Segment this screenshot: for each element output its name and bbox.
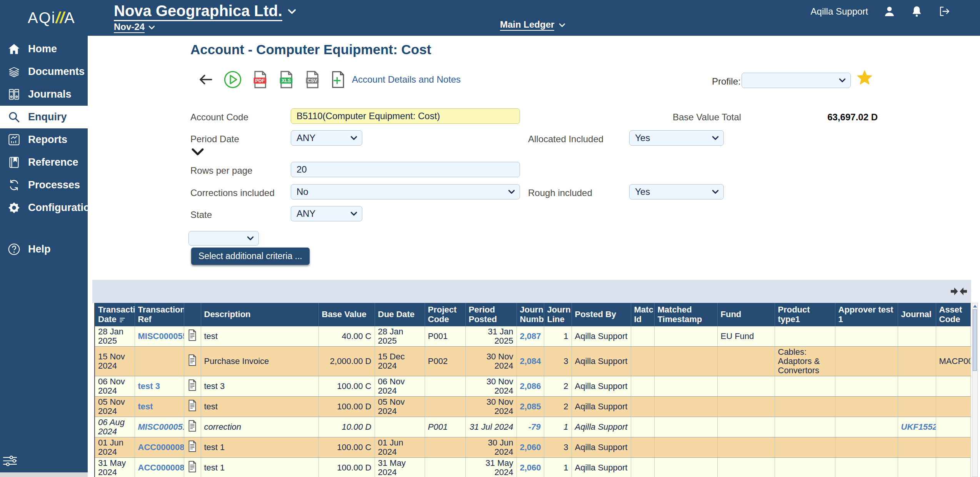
- col-header-journal-number[interactable]: Journ Numb: [517, 303, 544, 326]
- document-icon[interactable]: [188, 440, 197, 452]
- sliders-icon[interactable]: [2, 454, 18, 467]
- rough-included-select[interactable]: Yes: [629, 184, 724, 199]
- journal-number-link[interactable]: -79: [528, 422, 541, 432]
- document-icon[interactable]: [188, 400, 197, 411]
- star-icon[interactable]: [856, 70, 873, 86]
- scroll-up-arrow-icon[interactable]: [973, 305, 977, 307]
- allocated-included-select[interactable]: Yes: [629, 130, 724, 146]
- document-icon[interactable]: [188, 420, 197, 432]
- chevron-down-icon: [148, 25, 155, 30]
- company-menu[interactable]: Nova Geographica Ltd.: [114, 2, 296, 21]
- journal-number-link[interactable]: 2,060: [520, 463, 541, 472]
- select-additional-criteria-button[interactable]: Select additional criteria ...: [191, 248, 310, 265]
- period-label: Nov-24: [114, 22, 145, 33]
- sidebar-item-reference[interactable]: Reference: [0, 151, 88, 174]
- col-header-product-type1[interactable]: Product type1: [775, 303, 835, 326]
- sidebar-item-enquiry[interactable]: Enquiry: [0, 106, 88, 128]
- col-header-transaction-date[interactable]: Transacti Date: [95, 303, 135, 326]
- transaction-ref-link[interactable]: test: [138, 402, 153, 411]
- cell-description: correction: [201, 417, 318, 437]
- collapse-columns-icon[interactable]: [950, 286, 968, 297]
- journal-number-link[interactable]: 2,085: [520, 402, 541, 411]
- col-header-posted-by[interactable]: Posted By: [572, 303, 631, 326]
- rows-per-page-input[interactable]: [291, 162, 520, 177]
- add-note-icon[interactable]: [330, 71, 346, 88]
- col-header-journal-line[interactable]: Journ Line: [544, 303, 572, 326]
- expand-criteria-icon[interactable]: [192, 148, 204, 156]
- col-header-due-date[interactable]: Due Date: [375, 303, 425, 326]
- transaction-ref-link[interactable]: ACC000008: [138, 442, 184, 452]
- user-icon[interactable]: [883, 5, 895, 17]
- col-header-match-id[interactable]: Matc Id: [631, 303, 654, 326]
- cell-transaction-ref: MISC000055: [135, 326, 184, 346]
- sidebar-item-reports[interactable]: Reports: [0, 128, 88, 151]
- sidebar-item-configuration[interactable]: Configuration: [0, 196, 88, 219]
- cell-journal-line: 3: [544, 437, 572, 457]
- document-icon[interactable]: [188, 461, 197, 472]
- xls-icon[interactable]: XLS: [278, 70, 294, 89]
- cell-description: Purchase Invoice: [201, 346, 318, 376]
- col-header-matched-timestamp[interactable]: Matched Timestamp: [654, 303, 717, 326]
- profile-select[interactable]: [742, 73, 851, 88]
- topbar: AQi//A Nova Geographica Ltd. Nov-24 Main…: [0, 0, 980, 36]
- extra-criteria-select[interactable]: [188, 231, 259, 246]
- col-header-icon[interactable]: [184, 303, 201, 326]
- account-details-link[interactable]: Account Details and Notes: [352, 74, 461, 85]
- journal-number-link[interactable]: 2,084: [520, 356, 541, 366]
- journal-link[interactable]: UKF1552: [901, 422, 936, 432]
- cell-transaction-ref: test: [135, 396, 184, 417]
- run-icon[interactable]: [223, 70, 242, 89]
- sidebar-item-label: Documents: [28, 66, 85, 78]
- col-header-description[interactable]: Description: [201, 303, 318, 326]
- base-value-total: 63,697.02 D: [762, 112, 878, 123]
- sidebar-item-help[interactable]: Help: [0, 238, 88, 261]
- cell-journal-number: 2,084: [517, 346, 544, 376]
- col-header-journal[interactable]: Journal: [898, 303, 936, 326]
- transaction-ref-link[interactable]: ACC000008: [138, 463, 184, 472]
- sidebar-item-label: Reports: [28, 134, 67, 146]
- transaction-ref-link[interactable]: MISC000055: [138, 331, 184, 341]
- pdf-icon[interactable]: PDF: [252, 70, 268, 89]
- journal-number-link[interactable]: 2,060: [520, 442, 541, 452]
- app-logo[interactable]: AQi//A: [28, 9, 75, 27]
- sidebar-item-home[interactable]: Home: [0, 38, 88, 60]
- logout-icon[interactable]: [938, 5, 950, 17]
- csv-icon[interactable]: CSV: [304, 70, 320, 89]
- cell-icon: [184, 346, 201, 376]
- scrollbar-thumb[interactable]: [973, 309, 977, 371]
- col-header-approver-test1[interactable]: Approver test 1: [835, 303, 898, 326]
- document-icon[interactable]: [188, 354, 197, 366]
- ledger-menu[interactable]: Main Ledger: [500, 19, 565, 31]
- document-icon[interactable]: [188, 379, 197, 391]
- period-date-select[interactable]: ANY: [291, 130, 362, 146]
- col-header-period-posted[interactable]: Period Posted: [465, 303, 517, 326]
- vertical-scrollbar[interactable]: [972, 303, 978, 477]
- sidebar-item-documents[interactable]: Documents: [0, 60, 88, 83]
- reports-icon: [8, 133, 20, 146]
- period-menu[interactable]: Nov-24: [114, 22, 155, 33]
- horizontal-scrollbar[interactable]: [0, 472, 88, 477]
- user-name[interactable]: Aqilla Support: [811, 6, 868, 17]
- journal-number-link[interactable]: 2,086: [520, 381, 541, 391]
- sidebar-item-journals[interactable]: Journals: [0, 83, 88, 106]
- transaction-ref-link[interactable]: MISC000051: [138, 422, 184, 432]
- transaction-ref-link[interactable]: test 3: [138, 381, 160, 391]
- col-header-transaction-ref[interactable]: Transaction Ref: [135, 303, 184, 326]
- col-header-project-code[interactable]: Project Code: [425, 303, 465, 326]
- journal-number-link[interactable]: 2,087: [520, 331, 541, 341]
- col-header-fund[interactable]: Fund: [717, 303, 775, 326]
- cell-project-code: [425, 437, 465, 457]
- col-header-asset-code[interactable]: Asset Code: [936, 303, 970, 326]
- cell-posted-by: Aqilla Support: [572, 417, 631, 437]
- document-icon[interactable]: [188, 329, 197, 341]
- account-code-input[interactable]: [291, 108, 520, 124]
- page-title: Account - Computer Equipment: Cost: [190, 42, 431, 57]
- cell-base-value: 40.00 C: [318, 326, 375, 346]
- state-select[interactable]: ANY: [291, 206, 362, 221]
- corrections-included-select[interactable]: No: [291, 184, 520, 199]
- bell-icon[interactable]: [911, 5, 923, 17]
- chevron-down-icon: [559, 23, 565, 27]
- col-header-base-value[interactable]: Base Value: [318, 303, 375, 326]
- sidebar-item-processes[interactable]: Processes: [0, 174, 88, 196]
- back-icon[interactable]: [198, 73, 213, 86]
